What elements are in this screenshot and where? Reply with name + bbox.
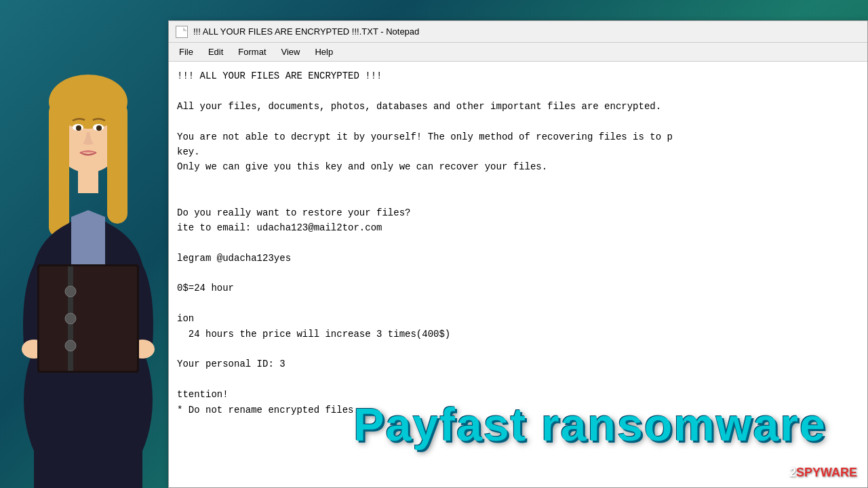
notepad-file-icon xyxy=(176,26,188,38)
menu-edit[interactable]: Edit xyxy=(202,45,229,59)
notepad-titlebar: !!! ALL YOUR FILES ARE ENCRYPTED !!!.TXT… xyxy=(169,21,867,43)
person-figure xyxy=(0,7,176,488)
menu-help[interactable]: Help xyxy=(309,45,339,59)
notepad-text-content: !!! ALL YOUR FILES ARE ENCRYPTED !!! All… xyxy=(177,68,859,418)
svg-rect-6 xyxy=(78,166,98,193)
spyware-watermark-text: 2SPYWARE xyxy=(789,466,857,479)
svg-rect-10 xyxy=(39,266,137,371)
menu-file[interactable]: File xyxy=(173,45,199,59)
notepad-title: !!! ALL YOUR FILES ARE ENCRYPTED !!!.TXT… xyxy=(193,26,419,37)
menu-format[interactable]: Format xyxy=(232,45,272,59)
svg-point-13 xyxy=(65,313,76,324)
svg-point-12 xyxy=(65,286,76,297)
ransomware-text: Payfast ransomware xyxy=(353,401,826,447)
svg-point-17 xyxy=(76,125,81,131)
spyware-watermark: 2SPYWARE xyxy=(789,466,857,480)
ransomware-overlay-label: Payfast ransomware xyxy=(312,401,868,447)
svg-rect-5 xyxy=(107,102,127,224)
svg-point-18 xyxy=(96,125,102,131)
menu-view[interactable]: View xyxy=(275,45,307,59)
notepad-menubar: File Edit Format View Help xyxy=(169,43,867,62)
svg-rect-4 xyxy=(49,102,69,237)
svg-point-14 xyxy=(65,340,76,351)
